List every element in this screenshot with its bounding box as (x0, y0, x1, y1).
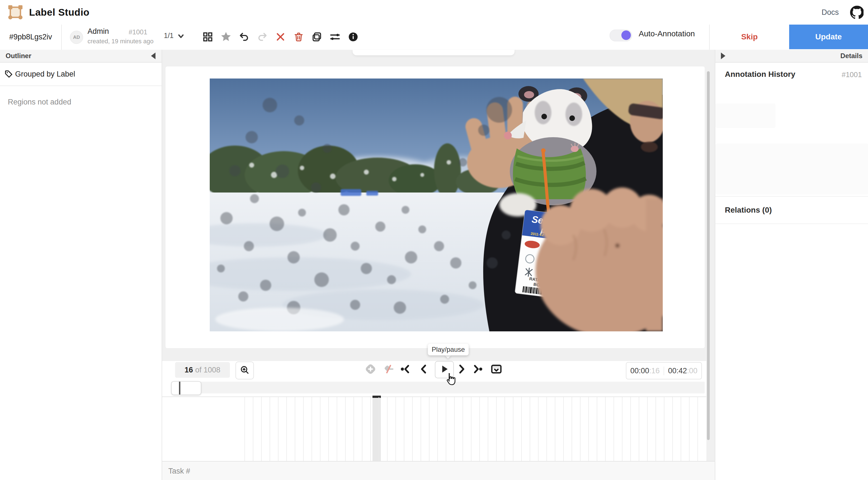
floating-toolbar-edge (352, 50, 515, 55)
reject-icon[interactable] (274, 30, 287, 43)
auto-annotation-label: Auto-Annotation (639, 29, 695, 38)
prev-frame-icon[interactable] (417, 363, 430, 376)
avatar-initials: AD (73, 35, 80, 40)
grouped-by-label: Grouped by Label (15, 70, 75, 78)
timeline-frame-grid[interactable] (244, 397, 705, 461)
divider (61, 25, 62, 50)
created-info: created, 19 minutes ago (88, 38, 154, 45)
duplicate-icon[interactable] (310, 30, 323, 43)
seek-playhead-line (179, 382, 180, 395)
avatar[interactable]: AD (70, 31, 83, 44)
github-icon[interactable] (850, 6, 864, 19)
time-display: 00:00:16 00:42:00 (626, 362, 702, 379)
history-placeholder (715, 103, 775, 128)
main-scrollbar[interactable] (707, 71, 710, 440)
info-icon[interactable] (347, 30, 360, 43)
prev-keyframe-icon[interactable] (399, 363, 412, 376)
delete-icon[interactable] (292, 30, 305, 43)
task-footer: Task # (162, 461, 715, 480)
keyframe-cut-icon[interactable] (382, 363, 395, 376)
frame-counter: 16 of 1008 (175, 362, 230, 378)
annotation-pager: 1/1 (164, 32, 174, 40)
tooltip-label: Play/pause (432, 346, 465, 353)
video-frame: Season Pass 2011-12 RATATOUILLE BOWERS (210, 78, 663, 331)
zoom-in-icon (240, 365, 250, 376)
annotation-toolbar (202, 30, 360, 43)
top-header: Label Studio Docs (0, 0, 868, 25)
redo-icon[interactable] (256, 30, 269, 43)
app-title: Label Studio (29, 7, 90, 18)
seek-handle[interactable] (171, 381, 202, 395)
time-duration-main: 00:42 (668, 367, 687, 375)
grouped-by-label-row[interactable]: Grouped by Label (0, 63, 162, 86)
time-position-frames: :16 (649, 367, 660, 375)
mouse-cursor-hand (443, 372, 458, 388)
play-pause-tooltip: Play/pause (428, 344, 469, 355)
time-position: 00:00:16 (626, 367, 664, 375)
time-duration: 00:42:00 (664, 367, 701, 375)
task-action-bar: #9pb8Lgs2iv AD Admin #1001 created, 19 m… (0, 25, 868, 50)
seek-track[interactable] (171, 382, 705, 393)
update-label: Update (815, 32, 842, 41)
divider (715, 224, 868, 224)
zoom-in-button[interactable] (236, 362, 254, 379)
grid-view-icon[interactable] (202, 30, 214, 43)
task-footer-label: Task # (168, 467, 190, 476)
task-id-label: #9pb8Lgs2iv (9, 33, 52, 41)
update-button[interactable]: Update (789, 25, 868, 49)
frame-total: of 1008 (195, 366, 220, 374)
time-position-main: 00:00 (630, 367, 649, 375)
tag-icon (4, 70, 13, 78)
annotation-id: #1001 (129, 28, 147, 36)
details-title: Details (840, 52, 862, 60)
label-studio-app: { "header": { "app_title": "Label Studio… (0, 0, 868, 480)
label-studio-logo-icon (7, 4, 24, 21)
collapse-timeline-icon[interactable] (490, 363, 503, 376)
skip-label: Skip (741, 32, 757, 41)
time-duration-frames: :00 (687, 367, 698, 375)
skip-button[interactable]: Skip (710, 25, 789, 49)
star-icon[interactable] (219, 30, 232, 43)
frame-current: 16 (185, 366, 193, 374)
video-player[interactable]: Season Pass 2011-12 RATATOUILLE BOWERS (210, 78, 663, 331)
regions-empty-message: Regions not added (8, 98, 162, 106)
annotation-history-title: Annotation History (725, 70, 795, 79)
outliner-panel: Outliner Grouped by Label Regions not ad… (0, 50, 162, 480)
outliner-header: Outliner (0, 50, 162, 63)
chevron-down-icon[interactable] (177, 32, 185, 40)
docs-link[interactable]: Docs (822, 8, 839, 17)
history-placeholder (715, 144, 868, 195)
expand-right-icon[interactable] (721, 53, 725, 59)
relations-title: Relations (0) (725, 206, 772, 214)
main-content: Season Pass 2011-12 RATATOUILLE BOWERS (162, 50, 715, 480)
keyframe-add-icon[interactable] (364, 363, 377, 376)
collapse-left-icon[interactable] (151, 53, 155, 59)
toggle-knob (621, 30, 631, 40)
annotation-history-id: #1001 (842, 70, 862, 79)
undo-icon[interactable] (238, 30, 251, 43)
auto-annotation-toggle[interactable] (610, 30, 632, 41)
divider (715, 196, 868, 197)
details-panel: Details Annotation History #1001 Relatio… (715, 50, 868, 480)
details-header: Details (715, 50, 868, 63)
next-keyframe-icon[interactable] (471, 363, 484, 376)
user-name: Admin (88, 27, 109, 36)
settings-sliders-icon[interactable] (329, 30, 341, 43)
timeline-card: 16 of 1008 (162, 361, 706, 461)
task-id[interactable]: #9pb8Lgs2iv (0, 25, 61, 49)
outliner-title: Outliner (6, 52, 31, 60)
